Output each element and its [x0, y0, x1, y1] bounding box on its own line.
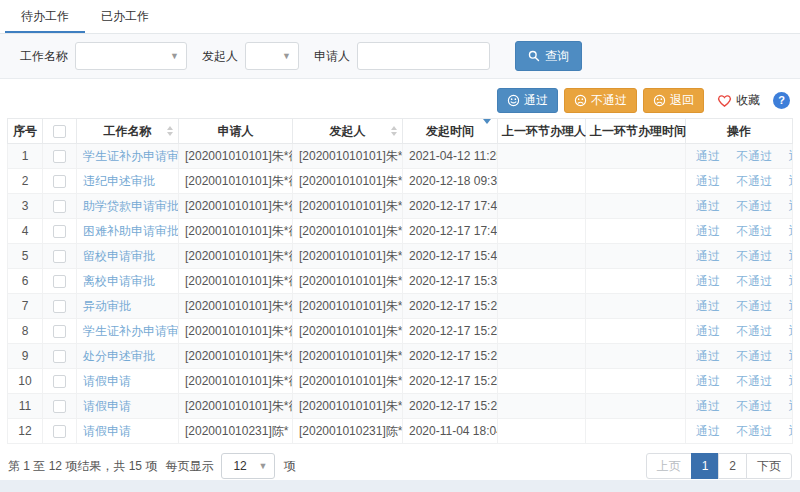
row-pass-link[interactable]: 通过: [696, 349, 720, 363]
row-return-link[interactable]: 退回: [789, 424, 793, 438]
col-header-work-name[interactable]: 工作名称: [77, 119, 179, 144]
row-fail-link[interactable]: 不通过: [736, 299, 772, 313]
row-checkbox[interactable]: [53, 200, 66, 213]
row-return-link[interactable]: 退回: [789, 299, 793, 313]
page-button-1[interactable]: 1: [691, 453, 720, 479]
work-name-link[interactable]: 异动审批: [83, 299, 131, 313]
page-button-2[interactable]: 2: [718, 453, 747, 479]
applicant-input[interactable]: [357, 42, 490, 70]
col-header-select-all: [43, 119, 77, 144]
row-pass-link[interactable]: 通过: [696, 199, 720, 213]
col-header-start-time[interactable]: 发起时间: [403, 119, 498, 144]
work-name-select[interactable]: ▼: [75, 42, 187, 70]
row-fail-link[interactable]: 不通过: [736, 199, 772, 213]
work-name-cell: 离校申请审批: [77, 269, 179, 294]
work-name-link[interactable]: 助学贷款申请审批: [83, 199, 179, 213]
work-name-link[interactable]: 请假申请: [83, 374, 131, 388]
row-index: 1: [8, 144, 43, 169]
row-pass-link[interactable]: 通过: [696, 299, 720, 313]
row-pass-link[interactable]: 通过: [696, 149, 720, 163]
row-checkbox[interactable]: [53, 425, 66, 438]
work-name-link[interactable]: 处分申述审批: [83, 349, 155, 363]
row-pass-link[interactable]: 通过: [696, 424, 720, 438]
next-page-button[interactable]: 下页: [746, 453, 792, 479]
query-button[interactable]: 查询: [515, 41, 582, 71]
row-checkbox[interactable]: [53, 225, 66, 238]
applicant-cell: [202001010101]朱*德: [179, 319, 293, 344]
row-checkbox-cell: [43, 244, 77, 269]
row-fail-link[interactable]: 不通过: [736, 274, 772, 288]
table-row: 12 请假申请 [202001010231]陈* [202001010231]陈…: [8, 419, 793, 444]
row-fail-link[interactable]: 不通过: [736, 249, 772, 263]
per-page-select[interactable]: 12 ▼: [221, 453, 275, 479]
col-header-initiator[interactable]: 发起人: [293, 119, 403, 144]
sort-desc-icon[interactable]: [483, 124, 491, 138]
work-name-link[interactable]: 学生证补办申请审批: [83, 324, 179, 338]
select-all-checkbox[interactable]: [53, 125, 66, 138]
help-icon[interactable]: ?: [773, 92, 790, 109]
applicant-cell: [202001010101]朱*德: [179, 244, 293, 269]
row-fail-link[interactable]: 不通过: [736, 374, 772, 388]
row-checkbox[interactable]: [53, 400, 66, 413]
work-name-link[interactable]: 困难补助申请审批: [83, 224, 179, 238]
row-fail-link[interactable]: 不通过: [736, 349, 772, 363]
row-pass-link[interactable]: 通过: [696, 324, 720, 338]
row-return-link[interactable]: 退回: [789, 274, 793, 288]
row-pass-link[interactable]: 通过: [696, 249, 720, 263]
row-pass-link[interactable]: 通过: [696, 374, 720, 388]
row-pass-link[interactable]: 通过: [696, 224, 720, 238]
row-pass-link[interactable]: 通过: [696, 274, 720, 288]
prev-handle-time-cell: [586, 369, 686, 394]
row-return-link[interactable]: 退回: [789, 399, 793, 413]
row-fail-link[interactable]: 不通过: [736, 149, 772, 163]
return-button[interactable]: 退回: [643, 88, 704, 113]
table-row: 8 学生证补办申请审批 [202001010101]朱*德 [202001010…: [8, 319, 793, 344]
row-actions-cell: 通过 不通过 退回: [686, 194, 793, 219]
row-checkbox[interactable]: [53, 175, 66, 188]
row-fail-link[interactable]: 不通过: [736, 324, 772, 338]
work-name-link[interactable]: 违纪申述审批: [83, 174, 155, 188]
row-checkbox[interactable]: [53, 300, 66, 313]
row-return-link[interactable]: 退回: [789, 149, 793, 163]
row-checkbox[interactable]: [53, 350, 66, 363]
row-return-link[interactable]: 退回: [789, 224, 793, 238]
sort-icon[interactable]: [391, 126, 397, 136]
row-pass-link[interactable]: 通过: [696, 399, 720, 413]
prev-handler-cell: [498, 319, 586, 344]
sort-icon[interactable]: [167, 126, 173, 136]
row-fail-link[interactable]: 不通过: [736, 424, 772, 438]
row-return-link[interactable]: 退回: [789, 324, 793, 338]
row-checkbox[interactable]: [53, 150, 66, 163]
row-fail-link[interactable]: 不通过: [736, 224, 772, 238]
start-time-cell: 2020-12-17 17:45: [403, 219, 498, 244]
row-actions-cell: 通过 不通过 退回: [686, 369, 793, 394]
row-fail-link[interactable]: 不通过: [736, 399, 772, 413]
work-name-link[interactable]: 请假申请: [83, 424, 131, 438]
row-return-link[interactable]: 退回: [789, 249, 793, 263]
fail-button[interactable]: 不通过: [564, 88, 637, 113]
row-checkbox[interactable]: [53, 375, 66, 388]
row-return-link[interactable]: 退回: [789, 199, 793, 213]
pass-button[interactable]: 通过: [497, 88, 558, 113]
prev-handle-time-cell: [586, 194, 686, 219]
initiator-select[interactable]: ▼: [245, 42, 299, 70]
row-checkbox[interactable]: [53, 275, 66, 288]
row-pass-link[interactable]: 通过: [696, 174, 720, 188]
prev-handler-cell: [498, 169, 586, 194]
row-return-link[interactable]: 退回: [789, 349, 793, 363]
work-name-link[interactable]: 请假申请: [83, 399, 131, 413]
row-checkbox[interactable]: [53, 250, 66, 263]
work-name-link[interactable]: 学生证补办申请审批: [83, 149, 179, 163]
favorite-button[interactable]: 收藏: [717, 92, 760, 109]
row-checkbox[interactable]: [53, 325, 66, 338]
row-return-link[interactable]: 退回: [789, 374, 793, 388]
row-fail-link[interactable]: 不通过: [736, 174, 772, 188]
tab-pending-work[interactable]: 待办工作: [5, 0, 85, 33]
row-actions-cell: 通过 不通过 退回: [686, 219, 793, 244]
table-row: 2 违纪申述审批 [202001010101]朱*德 [202001010101…: [8, 169, 793, 194]
prev-page-button[interactable]: 上页: [646, 453, 692, 479]
tab-done-work[interactable]: 已办工作: [85, 0, 165, 33]
work-name-link[interactable]: 留校申请审批: [83, 249, 155, 263]
row-return-link[interactable]: 退回: [789, 174, 793, 188]
work-name-link[interactable]: 离校申请审批: [83, 274, 155, 288]
